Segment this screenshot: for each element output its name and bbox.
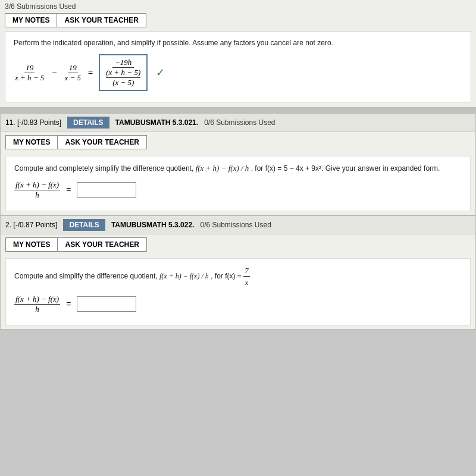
section11-submissions: 0/6 Submissions Used (204, 118, 275, 127)
section11-instruction: Compute and completely simplify the diff… (14, 162, 462, 174)
section12-input-row: f(x + h) − f(x) h = (14, 295, 462, 314)
section12-instruction: Compute and simplify the difference quot… (14, 265, 462, 289)
section11-details-button[interactable]: DETAILS (67, 117, 109, 129)
checkmark-icon: ✓ (156, 66, 165, 79)
section11-points: 11. [-/0.83 Points] (5, 118, 61, 127)
top-submissions-text: 3/6 Submissions Used (5, 2, 471, 13)
section11-lhs-fraction: f(x + h) − f(x) h (14, 180, 60, 200)
top-my-notes-button[interactable]: MY NOTES (5, 13, 57, 27)
section12-lhs-fraction: f(x + h) − f(x) h (14, 295, 60, 314)
top-fraction1: 19 x + h − 5 (14, 63, 45, 83)
top-fraction2: 19 x − 5 (64, 63, 83, 83)
top-answer-box: −19h (x + h − 5) (x − 5) (99, 54, 148, 91)
section12-submissions: 0/6 Submissions Used (200, 221, 271, 229)
section12-card: 2. [-/0.87 Points] DETAILS TAMUBUSMATH 5… (0, 215, 476, 330)
section11-btn-row: MY NOTES ASK YOUR TEACHER (1, 132, 475, 152)
top-ask-teacher-button[interactable]: ASK YOUR TEACHER (57, 13, 146, 27)
section12-my-notes-button[interactable]: MY NOTES (5, 237, 57, 252)
top-btn-row: MY NOTES ASK YOUR TEACHER (5, 13, 471, 31)
top-math-display: 19 x + h − 5 − 19 x − 5 = −19h (x + h − … (14, 54, 462, 91)
section12-header: 2. [-/0.87 Points] DETAILS TAMUBUSMATH 5… (1, 216, 475, 234)
top-section: 3/6 Submissions Used MY NOTES ASK YOUR T… (0, 0, 476, 108)
section11-ask-teacher-button[interactable]: ASK YOUR TEACHER (57, 135, 146, 149)
page-container: 3/6 Submissions Used MY NOTES ASK YOUR T… (0, 0, 476, 330)
section12-btn-row: MY NOTES ASK YOUR TEACHER (1, 234, 475, 255)
section12-answer-input[interactable] (77, 296, 136, 312)
top-problem-body: Perform the indicated operation, and sim… (5, 31, 471, 102)
section11-input-row: f(x + h) − f(x) h = (14, 180, 462, 200)
section11-answer-input[interactable] (77, 182, 136, 198)
section12-ask-teacher-button[interactable]: ASK YOUR TEACHER (57, 237, 146, 252)
section11-card: 11. [-/0.83 Points] DETAILS TAMUBUSMATH … (0, 113, 476, 215)
section11-body: Compute and completely simplify the diff… (5, 156, 471, 211)
section12-body: Compute and simplify the difference quot… (5, 258, 471, 325)
section12-code: TAMUBUSMATH 5.3.022. (111, 221, 195, 229)
section11-code: TAMUBUSMATH 5.3.021. (115, 118, 199, 127)
section11-my-notes-button[interactable]: MY NOTES (5, 135, 57, 149)
section11-header: 11. [-/0.83 Points] DETAILS TAMUBUSMATH … (1, 114, 475, 132)
section12-details-button[interactable]: DETAILS (63, 219, 105, 231)
section12-points: 2. [-/0.87 Points] (5, 221, 57, 229)
top-instruction: Perform the indicated operation, and sim… (14, 37, 462, 48)
